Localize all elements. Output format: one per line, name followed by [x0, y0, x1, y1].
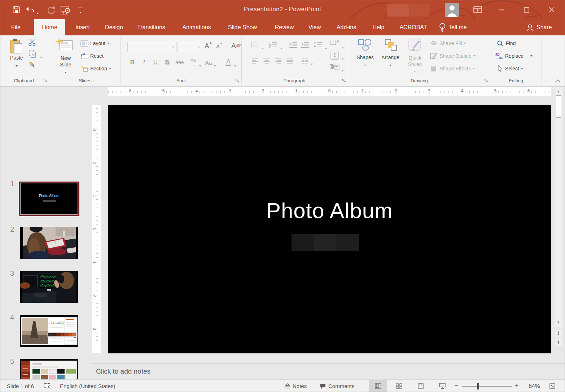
text-direction-dropdown[interactable]	[342, 43, 344, 50]
tab-add-ins[interactable]: Add-ins	[330, 19, 363, 35]
align-text-dropdown[interactable]	[342, 55, 344, 61]
character-spacing-button[interactable]: AV↔	[187, 58, 200, 67]
increase-indent-button[interactable]	[301, 42, 309, 49]
slide-thumbnail-4[interactable]: January	[20, 315, 78, 347]
bold-button[interactable]: B	[129, 58, 136, 67]
character-spacing-dropdown[interactable]	[199, 62, 201, 68]
share-button[interactable]: Share	[536, 19, 560, 35]
zoom-slider-thumb[interactable]	[477, 383, 479, 389]
fit-slide-to-window-button[interactable]	[549, 383, 556, 391]
text-direction-button[interactable]	[329, 40, 340, 49]
zoom-out-button[interactable]: −	[454, 382, 459, 390]
language-indicator[interactable]: English (United States)	[60, 380, 115, 392]
tab-file[interactable]: File	[3, 19, 29, 35]
vertical-scrollbar[interactable]: ▲ ▼	[555, 87, 562, 327]
slide-sorter-view-button[interactable]	[391, 380, 407, 392]
reading-view-button[interactable]	[412, 380, 429, 392]
notes-placeholder[interactable]: Click to add notes	[96, 367, 150, 375]
zoom-in-button[interactable]: +	[515, 382, 519, 389]
italic-button[interactable]: I	[140, 58, 148, 67]
tab-home[interactable]: Home	[34, 19, 65, 35]
slide-title[interactable]: Photo Album	[108, 198, 551, 223]
grow-font-button[interactable]: A▲	[205, 42, 209, 50]
align-left-button[interactable]	[251, 58, 259, 65]
tab-help[interactable]: Help	[365, 19, 391, 35]
text-shadow-button[interactable]: S	[163, 58, 171, 67]
arrange-button[interactable]: Arrange	[378, 38, 402, 67]
change-case-dropdown[interactable]	[214, 62, 216, 68]
font-dialog-launcher[interactable]	[235, 78, 240, 84]
scroll-up-arrow[interactable]: ▲	[555, 88, 562, 95]
format-painter-button[interactable]	[28, 61, 37, 71]
layout-button[interactable]: Layout	[80, 39, 109, 48]
section-button[interactable]: Section	[80, 64, 111, 73]
tab-slide-show[interactable]: Slide Show	[222, 19, 263, 35]
tell-me-box[interactable]: Tell me	[448, 19, 481, 35]
decrease-indent-button[interactable]	[289, 42, 298, 49]
align-center-button[interactable]	[263, 58, 270, 65]
shape-fill-button[interactable]: Shape Fill	[430, 39, 466, 48]
bullets-button[interactable]	[251, 42, 259, 49]
next-slide-button[interactable]: ▼▼	[555, 339, 562, 346]
scrollbar-thumb[interactable]	[556, 95, 561, 118]
zoom-slider-track[interactable]	[462, 386, 512, 387]
slide-thumbnail-2[interactable]	[20, 227, 78, 259]
zoom-level[interactable]: 64%	[529, 380, 540, 392]
underline-button[interactable]: U	[152, 58, 159, 67]
spell-check-icon[interactable]	[44, 383, 51, 391]
tab-review[interactable]: Review	[268, 19, 301, 35]
convert-to-smartart-button[interactable]	[329, 64, 340, 72]
tab-design[interactable]: Design	[99, 19, 129, 35]
paragraph-dialog-launcher[interactable]	[342, 78, 346, 84]
copy-button[interactable]	[29, 50, 36, 59]
find-button[interactable]: Find	[497, 39, 516, 48]
avatar[interactable]	[445, 3, 459, 19]
replace-button[interactable]: ab→ac Replace	[495, 52, 533, 60]
convert-to-smartart-dropdown[interactable]	[342, 66, 344, 73]
font-size-combo[interactable]	[178, 42, 202, 52]
font-color-dropdown[interactable]	[234, 62, 236, 68]
font-color-button[interactable]: A	[225, 58, 232, 67]
columns-dropdown[interactable]	[311, 60, 313, 66]
select-button[interactable]: Select	[497, 64, 523, 73]
tab-view[interactable]: View	[302, 19, 327, 35]
previous-slide-button[interactable]: ▲▲	[555, 330, 562, 337]
normal-view-button[interactable]	[369, 380, 387, 392]
quick-styles-button[interactable]: Quick Styles	[404, 38, 426, 73]
font-name-combo[interactable]	[127, 42, 176, 52]
scroll-down-arrow[interactable]: ▼	[555, 319, 562, 326]
bullets-dropdown[interactable]	[262, 44, 264, 51]
numbering-dropdown[interactable]	[280, 44, 282, 51]
tab-insert[interactable]: Insert	[68, 19, 97, 35]
clipboard-dialog-launcher[interactable]	[43, 78, 48, 84]
numbering-button[interactable]	[269, 41, 277, 50]
strikethrough-button[interactable]: abc	[174, 58, 185, 67]
change-case-button[interactable]: Aa	[204, 58, 213, 67]
clear-formatting-button[interactable]: A	[231, 42, 236, 50]
reset-button[interactable]: Reset	[80, 52, 104, 60]
slide-indicator[interactable]: Slide 1 of 6	[7, 380, 34, 392]
new-slide-button[interactable]: New Slide	[54, 38, 77, 74]
shape-outline-button[interactable]: Shape Outline	[430, 52, 476, 60]
line-spacing-button[interactable]	[314, 41, 323, 50]
maximize-button[interactable]	[524, 7, 529, 13]
slide-thumbnail-3[interactable]	[20, 271, 78, 303]
paste-button[interactable]: Paste	[6, 38, 27, 68]
copy-dropdown[interactable]	[40, 53, 42, 60]
minimize-button[interactable]	[499, 9, 504, 10]
shape-effects-button[interactable]: Shape Effects	[430, 64, 475, 73]
tab-transitions[interactable]: Transitions	[131, 19, 171, 35]
shapes-button[interactable]: Shapes	[354, 38, 376, 67]
ribbon-display-options-button[interactable]	[473, 5, 482, 16]
tab-animations[interactable]: Animations	[175, 19, 218, 35]
slide-thumbnail-1[interactable]: Photo Album	[19, 182, 79, 216]
drawing-dialog-launcher[interactable]	[484, 78, 489, 84]
collapse-ribbon-button[interactable]	[555, 78, 561, 84]
notes-pane[interactable]: Click to add notes	[90, 363, 565, 379]
slide-show-view-button[interactable]	[434, 380, 451, 392]
slide-canvas[interactable]: Photo Album	[108, 105, 551, 353]
close-button[interactable]	[549, 7, 555, 13]
justify-button[interactable]	[286, 58, 293, 65]
notes-toggle-button[interactable]: Notes	[285, 380, 307, 392]
columns-button[interactable]	[301, 58, 308, 65]
